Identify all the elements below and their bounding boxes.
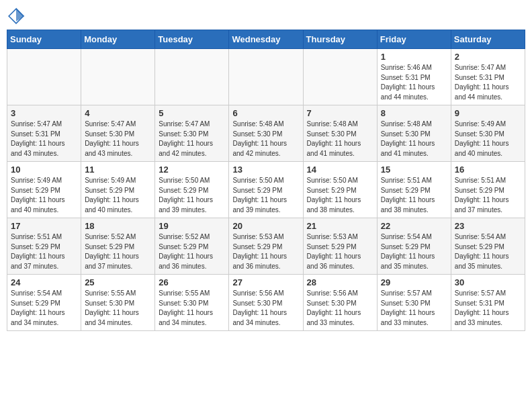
- day-info: Sunrise: 5:46 AM Sunset: 5:31 PM Dayligh…: [381, 63, 447, 102]
- day-info: Sunrise: 5:49 AM Sunset: 5:29 PM Dayligh…: [11, 176, 77, 215]
- weekday-header-wednesday: Wednesday: [229, 30, 303, 49]
- day-info: Sunrise: 5:50 AM Sunset: 5:29 PM Dayligh…: [307, 176, 373, 215]
- day-number: 16: [455, 165, 521, 175]
- calendar-cell: [229, 49, 303, 105]
- day-number: 25: [85, 277, 151, 287]
- calendar-cell: 29Sunrise: 5:57 AM Sunset: 5:30 PM Dayli…: [377, 275, 451, 331]
- calendar-cell: 19Sunrise: 5:52 AM Sunset: 5:29 PM Dayli…: [155, 218, 229, 275]
- calendar-cell: 25Sunrise: 5:55 AM Sunset: 5:30 PM Dayli…: [81, 275, 155, 331]
- logo-icon: [7, 7, 26, 26]
- day-info: Sunrise: 5:52 AM Sunset: 5:29 PM Dayligh…: [159, 232, 225, 271]
- day-info: Sunrise: 5:49 AM Sunset: 5:29 PM Dayligh…: [85, 176, 151, 215]
- calendar-cell: 26Sunrise: 5:55 AM Sunset: 5:30 PM Dayli…: [155, 275, 229, 331]
- day-number: 8: [381, 108, 447, 118]
- calendar-week-1: 1Sunrise: 5:46 AM Sunset: 5:31 PM Daylig…: [7, 49, 525, 105]
- day-info: Sunrise: 5:53 AM Sunset: 5:29 PM Dayligh…: [232, 232, 299, 271]
- calendar-week-4: 17Sunrise: 5:51 AM Sunset: 5:29 PM Dayli…: [7, 218, 525, 275]
- day-info: Sunrise: 5:57 AM Sunset: 5:31 PM Dayligh…: [455, 289, 521, 328]
- calendar-week-2: 3Sunrise: 5:47 AM Sunset: 5:31 PM Daylig…: [7, 105, 525, 162]
- day-info: Sunrise: 5:56 AM Sunset: 5:30 PM Dayligh…: [232, 289, 299, 328]
- calendar-cell: 6Sunrise: 5:48 AM Sunset: 5:30 PM Daylig…: [229, 105, 303, 162]
- calendar-cell: 22Sunrise: 5:54 AM Sunset: 5:29 PM Dayli…: [377, 218, 451, 275]
- day-info: Sunrise: 5:55 AM Sunset: 5:30 PM Dayligh…: [85, 289, 151, 328]
- day-info: Sunrise: 5:49 AM Sunset: 5:30 PM Dayligh…: [455, 120, 521, 158]
- day-number: 1: [381, 52, 447, 62]
- day-info: Sunrise: 5:51 AM Sunset: 5:29 PM Dayligh…: [381, 176, 447, 215]
- day-number: 15: [381, 165, 447, 175]
- calendar-cell: [81, 49, 155, 105]
- day-info: Sunrise: 5:55 AM Sunset: 5:30 PM Dayligh…: [159, 289, 225, 328]
- calendar-cell: 23Sunrise: 5:54 AM Sunset: 5:29 PM Dayli…: [451, 218, 525, 275]
- day-number: 5: [159, 108, 225, 118]
- day-number: 23: [455, 221, 521, 231]
- weekday-header-monday: Monday: [81, 30, 155, 49]
- day-info: Sunrise: 5:54 AM Sunset: 5:29 PM Dayligh…: [11, 289, 77, 328]
- day-number: 21: [307, 221, 373, 231]
- day-number: 9: [455, 108, 521, 118]
- day-info: Sunrise: 5:50 AM Sunset: 5:29 PM Dayligh…: [232, 176, 299, 215]
- day-number: 26: [159, 277, 225, 287]
- day-info: Sunrise: 5:56 AM Sunset: 5:30 PM Dayligh…: [307, 289, 373, 328]
- weekday-header-saturday: Saturday: [451, 30, 525, 49]
- calendar-cell: 2Sunrise: 5:47 AM Sunset: 5:31 PM Daylig…: [451, 49, 525, 105]
- calendar-cell: [303, 49, 377, 105]
- day-number: 29: [381, 277, 447, 287]
- calendar-cell: [155, 49, 229, 105]
- calendar-cell: 1Sunrise: 5:46 AM Sunset: 5:31 PM Daylig…: [377, 49, 451, 105]
- day-info: Sunrise: 5:53 AM Sunset: 5:29 PM Dayligh…: [307, 232, 373, 271]
- day-info: Sunrise: 5:47 AM Sunset: 5:30 PM Dayligh…: [85, 120, 151, 158]
- calendar-cell: 20Sunrise: 5:53 AM Sunset: 5:29 PM Dayli…: [229, 218, 303, 275]
- day-info: Sunrise: 5:47 AM Sunset: 5:31 PM Dayligh…: [11, 120, 77, 158]
- day-info: Sunrise: 5:47 AM Sunset: 5:30 PM Dayligh…: [159, 120, 225, 158]
- weekday-header-tuesday: Tuesday: [155, 30, 229, 49]
- day-number: 2: [455, 52, 521, 62]
- day-number: 13: [232, 165, 299, 175]
- day-number: 18: [85, 221, 151, 231]
- day-number: 28: [307, 277, 373, 287]
- calendar-table: SundayMondayTuesdayWednesdayThursdayFrid…: [7, 30, 525, 331]
- day-info: Sunrise: 5:51 AM Sunset: 5:29 PM Dayligh…: [11, 232, 77, 271]
- day-number: 11: [85, 165, 151, 175]
- logo: [7, 7, 28, 26]
- calendar-cell: 9Sunrise: 5:49 AM Sunset: 5:30 PM Daylig…: [451, 105, 525, 162]
- calendar-cell: 30Sunrise: 5:57 AM Sunset: 5:31 PM Dayli…: [451, 275, 525, 331]
- day-number: 27: [232, 277, 299, 287]
- day-info: Sunrise: 5:54 AM Sunset: 5:29 PM Dayligh…: [455, 232, 521, 271]
- calendar-cell: 7Sunrise: 5:48 AM Sunset: 5:30 PM Daylig…: [303, 105, 377, 162]
- calendar-cell: 12Sunrise: 5:50 AM Sunset: 5:29 PM Dayli…: [155, 162, 229, 218]
- day-info: Sunrise: 5:52 AM Sunset: 5:29 PM Dayligh…: [85, 232, 151, 271]
- day-info: Sunrise: 5:48 AM Sunset: 5:30 PM Dayligh…: [307, 120, 373, 158]
- weekday-header-row: SundayMondayTuesdayWednesdayThursdayFrid…: [7, 30, 525, 49]
- day-number: 22: [381, 221, 447, 231]
- calendar-cell: 17Sunrise: 5:51 AM Sunset: 5:29 PM Dayli…: [7, 218, 81, 275]
- day-info: Sunrise: 5:47 AM Sunset: 5:31 PM Dayligh…: [455, 63, 521, 102]
- calendar-cell: 28Sunrise: 5:56 AM Sunset: 5:30 PM Dayli…: [303, 275, 377, 331]
- weekday-header-friday: Friday: [377, 30, 451, 49]
- calendar-cell: 14Sunrise: 5:50 AM Sunset: 5:29 PM Dayli…: [303, 162, 377, 218]
- day-number: 19: [159, 221, 225, 231]
- day-number: 10: [11, 165, 77, 175]
- calendar-cell: 15Sunrise: 5:51 AM Sunset: 5:29 PM Dayli…: [377, 162, 451, 218]
- calendar-cell: 13Sunrise: 5:50 AM Sunset: 5:29 PM Dayli…: [229, 162, 303, 218]
- calendar-cell: 24Sunrise: 5:54 AM Sunset: 5:29 PM Dayli…: [7, 275, 81, 331]
- page-header: [7, 7, 525, 26]
- weekday-header-thursday: Thursday: [303, 30, 377, 49]
- day-number: 14: [307, 165, 373, 175]
- weekday-header-sunday: Sunday: [7, 30, 81, 49]
- day-info: Sunrise: 5:51 AM Sunset: 5:29 PM Dayligh…: [455, 176, 521, 215]
- calendar-cell: 10Sunrise: 5:49 AM Sunset: 5:29 PM Dayli…: [7, 162, 81, 218]
- day-number: 17: [11, 221, 77, 231]
- day-info: Sunrise: 5:48 AM Sunset: 5:30 PM Dayligh…: [381, 120, 447, 158]
- day-number: 12: [159, 165, 225, 175]
- day-number: 3: [11, 108, 77, 118]
- calendar-cell: 4Sunrise: 5:47 AM Sunset: 5:30 PM Daylig…: [81, 105, 155, 162]
- calendar-cell: 16Sunrise: 5:51 AM Sunset: 5:29 PM Dayli…: [451, 162, 525, 218]
- calendar-cell: 18Sunrise: 5:52 AM Sunset: 5:29 PM Dayli…: [81, 218, 155, 275]
- calendar-week-5: 24Sunrise: 5:54 AM Sunset: 5:29 PM Dayli…: [7, 275, 525, 331]
- calendar-cell: 3Sunrise: 5:47 AM Sunset: 5:31 PM Daylig…: [7, 105, 81, 162]
- day-number: 24: [11, 277, 77, 287]
- calendar-cell: 21Sunrise: 5:53 AM Sunset: 5:29 PM Dayli…: [303, 218, 377, 275]
- day-number: 6: [232, 108, 299, 118]
- day-info: Sunrise: 5:54 AM Sunset: 5:29 PM Dayligh…: [381, 232, 447, 271]
- day-info: Sunrise: 5:48 AM Sunset: 5:30 PM Dayligh…: [232, 120, 299, 158]
